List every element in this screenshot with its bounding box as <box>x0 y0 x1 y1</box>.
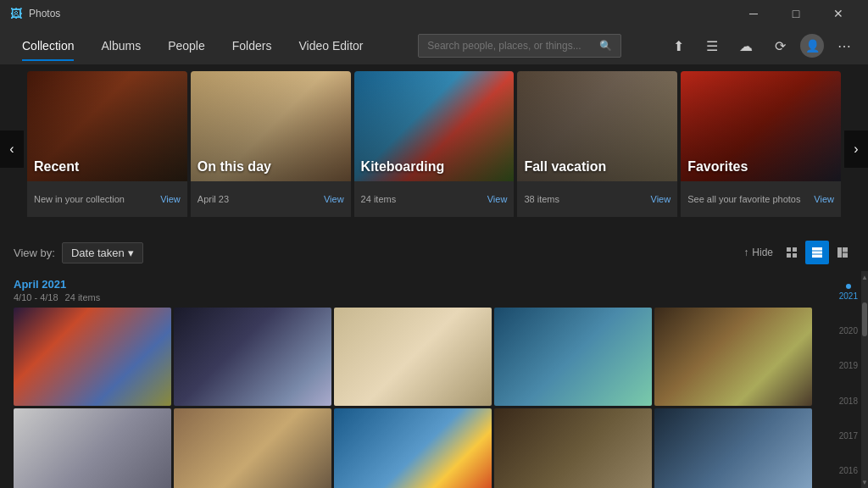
gallery-cell[interactable] <box>654 308 812 406</box>
nav-right: ⬆ ☰ ☁ ⟳ 👤 ⋯ <box>665 32 858 59</box>
gallery-cell[interactable] <box>14 408 171 488</box>
nav-item-people[interactable]: People <box>156 30 217 61</box>
card-title-fall-vacation: Fall vacation <box>524 159 606 175</box>
card-footer-fall-vacation: 38 items View <box>517 181 677 217</box>
timeline-year-2016[interactable]: 2016 <box>839 466 858 475</box>
avatar[interactable]: 👤 <box>800 34 824 58</box>
import-icon[interactable]: ⬆ <box>665 32 692 59</box>
view-by-dropdown[interactable]: Date taken ▾ <box>62 242 143 263</box>
chevron-right-icon: › <box>854 141 858 157</box>
toolbar: View by: Date taken ▾ ↑ Hide <box>0 234 868 271</box>
gallery-date-range: 4/10 - 4/18 <box>14 292 58 302</box>
card-overlay-kiteboarding: Kiteboarding <box>354 71 515 181</box>
nav-item-collection[interactable]: Collection <box>10 30 86 61</box>
nav-item-albums[interactable]: Albums <box>89 30 153 61</box>
gallery-cell[interactable] <box>654 408 812 488</box>
chevron-down-icon: ▾ <box>128 247 134 259</box>
title-bar-controls: ─ □ ✕ <box>734 0 858 27</box>
featured-card-favorites[interactable]: Favorites See all your favorite photos V… <box>681 71 841 227</box>
title-bar: 🖼 Photos ─ □ ✕ <box>0 0 868 27</box>
strip-prev-button[interactable]: ‹ <box>0 130 24 168</box>
view-mode-grid[interactable] <box>805 241 829 264</box>
gallery-bottom-row <box>14 408 812 488</box>
timeline-year-2020[interactable]: 2020 <box>839 326 858 336</box>
card-overlay-on-this-day: On this day <box>191 71 351 181</box>
svg-rect-9 <box>843 253 848 258</box>
scrollbar[interactable]: ▲ ▼ <box>861 271 868 488</box>
title-bar-left: 🖼 Photos <box>10 7 60 20</box>
card-view-on-this-day[interactable]: View <box>324 194 344 204</box>
card-view-favorites[interactable]: View <box>814 194 834 204</box>
gallery-cell[interactable] <box>174 308 331 406</box>
minimize-button[interactable]: ─ <box>734 0 773 27</box>
view-by-label: View by: <box>14 247 55 259</box>
maximize-button[interactable]: □ <box>776 0 815 27</box>
featured-card-recent[interactable]: Recent New in your collection View <box>27 71 187 227</box>
svg-rect-8 <box>843 247 848 252</box>
card-overlay-favorites: Favorites <box>681 71 841 181</box>
scroll-track <box>861 283 868 476</box>
close-button[interactable]: ✕ <box>819 0 858 27</box>
timeline-year-2019[interactable]: 2019 <box>839 361 858 370</box>
svg-rect-7 <box>837 247 842 258</box>
select-icon[interactable]: ☰ <box>698 32 726 59</box>
card-subtitle-on-this-day: April 23 <box>198 194 229 204</box>
scroll-down-button[interactable]: ▼ <box>861 476 868 488</box>
featured-card-on-this-day[interactable]: On this day April 23 View <box>191 71 351 227</box>
card-subtitle-favorites: See all your favorite photos <box>687 194 800 204</box>
featured-cards: Recent New in your collection View On th… <box>0 64 868 234</box>
view-mode-buttons <box>780 241 854 264</box>
view-by-container: View by: Date taken ▾ <box>14 242 143 263</box>
svg-rect-6 <box>812 255 822 258</box>
timeline-item-2021[interactable]: 2021 <box>839 284 858 301</box>
card-overlay-fall-vacation: Fall vacation <box>517 71 677 181</box>
timeline-year-2017[interactable]: 2017 <box>839 431 858 441</box>
card-view-kiteboarding[interactable]: View <box>487 194 508 204</box>
gallery-main: April 2021 4/10 - 4/18 24 items <box>0 271 826 488</box>
sync-icon[interactable]: ⟳ <box>766 32 793 59</box>
featured-card-fall-vacation[interactable]: Fall vacation 38 items View <box>517 71 677 227</box>
card-footer-kiteboarding: 24 items View <box>354 181 515 217</box>
gallery-cell[interactable] <box>334 408 492 488</box>
scroll-up-button[interactable]: ▲ <box>861 271 868 283</box>
chevron-left-icon: ‹ <box>9 141 14 157</box>
view-by-value: Date taken <box>71 247 125 259</box>
search-icon: 🔍 <box>599 40 612 52</box>
onedrive-icon[interactable]: ☁ <box>732 32 760 59</box>
svg-rect-2 <box>787 253 791 258</box>
featured-card-kiteboarding[interactable]: Kiteboarding 24 items View <box>354 71 515 227</box>
view-mode-mosaic[interactable] <box>831 241 854 264</box>
gallery-cell[interactable] <box>334 308 492 406</box>
timeline-year-2018[interactable]: 2018 <box>839 396 858 406</box>
nav-bar: Collection Albums People Folders Video E… <box>0 27 868 64</box>
nav-item-folders[interactable]: Folders <box>220 30 284 61</box>
gallery-cell[interactable] <box>494 408 652 488</box>
gallery-cell[interactable] <box>494 308 652 406</box>
gallery-area: April 2021 4/10 - 4/18 24 items ▲ ▼ <box>0 271 868 488</box>
card-footer-favorites: See all your favorite photos View <box>681 181 841 217</box>
view-mode-square[interactable] <box>780 241 804 264</box>
timeline-sidebar: ▲ ▼ 2021 2020 2019 2018 2017 2016 <box>826 271 868 488</box>
timeline-dot-2021 <box>846 284 851 289</box>
gallery-cell[interactable] <box>174 408 331 488</box>
card-overlay-recent: Recent <box>27 71 187 181</box>
gallery-cell[interactable] <box>14 308 171 406</box>
card-title-recent: Recent <box>34 159 79 175</box>
card-title-on-this-day: On this day <box>198 159 271 175</box>
app-title: Photos <box>29 8 60 19</box>
strip-next-button[interactable]: › <box>844 130 868 168</box>
toolbar-right: ↑ Hide <box>743 241 854 264</box>
scroll-thumb[interactable] <box>862 302 867 336</box>
card-view-fall-vacation[interactable]: View <box>651 194 671 204</box>
card-view-recent[interactable]: View <box>160 194 181 204</box>
hide-button[interactable]: ↑ Hide <box>743 247 773 258</box>
more-options-icon[interactable]: ⋯ <box>831 32 858 59</box>
arrow-up-icon: ↑ <box>743 247 748 258</box>
svg-rect-1 <box>793 247 797 252</box>
nav-search[interactable]: 🔍 <box>418 34 621 58</box>
card-footer-on-this-day: April 23 View <box>191 181 351 217</box>
search-input[interactable] <box>427 40 599 52</box>
nav-item-video-editor[interactable]: Video Editor <box>287 30 375 61</box>
timeline-year-2021[interactable]: 2021 <box>839 291 858 301</box>
app-icon: 🖼 <box>10 7 22 20</box>
